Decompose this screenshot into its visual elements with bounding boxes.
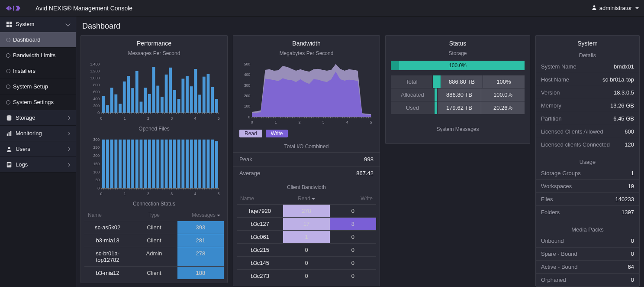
sidebar-monitoring[interactable]: Monitoring — [0, 126, 76, 141]
client-write: 0 — [330, 244, 376, 256]
status-title: Status — [386, 36, 530, 49]
svg-rect-141 — [194, 139, 197, 188]
main-content: Dashboard Performance Messages Per Secon… — [76, 16, 644, 287]
sidebar-system[interactable]: System — [0, 16, 76, 32]
svg-rect-124 — [123, 139, 126, 188]
svg-rect-6 — [10, 21, 12, 23]
svg-rect-50 — [203, 77, 206, 113]
client-write: 0 — [330, 270, 376, 282]
system-kv-key: Orphaned — [541, 277, 566, 283]
table-row[interactable]: b3c215 0 0 — [237, 243, 376, 256]
sidebar-item-dashboard[interactable]: Dashboard — [0, 32, 76, 48]
system-kv-row: Unbound 0 — [536, 235, 639, 247]
svg-text:1: 1 — [124, 191, 126, 196]
svg-rect-39 — [156, 86, 159, 113]
table-row[interactable]: b3c273 0 0 — [237, 269, 376, 282]
system-kv-key: Files — [541, 196, 553, 202]
system-kv-row: Spare - Bound 0 — [536, 247, 639, 260]
system-kv-value: 13.26 GB — [610, 102, 634, 109]
svg-text:150: 150 — [93, 162, 100, 166]
status-panel: Status Storage 100.0% Total 886.80 TB 10… — [385, 35, 530, 144]
svg-text:500: 500 — [244, 62, 251, 66]
conn-messages: 278 — [177, 247, 224, 266]
svg-rect-139 — [186, 139, 189, 188]
system-kv-row: Memory 13.26 GB — [536, 99, 639, 112]
table-row[interactable]: b3c127 17 8 — [237, 217, 376, 230]
table-row[interactable]: b3-mia13 Client 281 — [84, 234, 224, 247]
svg-text:1: 1 — [124, 116, 126, 121]
caret-down-icon — [635, 7, 639, 9]
total-io-label: Total I/O Combined — [233, 142, 380, 152]
storage-icon — [6, 115, 12, 121]
system-kv-row: Version 18.3.0.5 — [536, 86, 639, 99]
user-label: administrator — [599, 5, 632, 11]
svg-text:5: 5 — [370, 120, 372, 124]
svg-rect-31 — [123, 82, 126, 113]
user-menu[interactable]: administrator — [592, 5, 639, 11]
sidebar-item-system-settings[interactable]: System Settings — [0, 95, 76, 110]
svg-text:0: 0 — [100, 191, 103, 196]
table-row[interactable]: hqe7920 278 0 — [237, 204, 376, 217]
system-kv-row: Licensed clients Connected 120 — [536, 138, 639, 151]
table-row[interactable]: b3c061 1 0 — [237, 230, 376, 243]
sidebar-system-label: System — [16, 21, 34, 27]
client-bw-header: Name Read Write — [237, 193, 376, 204]
conn-col-type[interactable]: Type — [132, 212, 175, 218]
svg-rect-120 — [106, 139, 109, 188]
status-row-bar — [435, 101, 437, 114]
svg-rect-49 — [198, 95, 201, 113]
svg-rect-137 — [177, 139, 180, 188]
sidebar-users[interactable]: Users — [0, 141, 76, 157]
svg-text:4: 4 — [346, 120, 348, 124]
system-kv-row: Folders 1397 — [536, 205, 639, 219]
svg-text:4: 4 — [194, 191, 196, 196]
sidebar-logs[interactable]: Logs — [0, 157, 76, 173]
system-kv-value: 120 — [625, 141, 634, 148]
table-row[interactable]: sc-br01a-top12782 Admin 278 — [84, 247, 224, 266]
svg-text:400: 400 — [93, 97, 100, 101]
status-row-label: Used — [391, 101, 434, 114]
client-col-read[interactable]: Read — [285, 196, 328, 202]
system-kv-value: 140233 — [615, 196, 634, 202]
svg-text:3: 3 — [171, 116, 173, 121]
sidebar-storage[interactable]: Storage — [0, 110, 76, 126]
system-kv-value: brndx01 — [614, 63, 634, 70]
conn-name: sc-as5k02 — [84, 221, 131, 234]
svg-rect-27 — [106, 105, 109, 113]
system-kv-key: Folders — [541, 209, 560, 215]
messages-chart: 02004006008001,0001,2001,400012345 — [81, 59, 227, 124]
client-read: 0 — [283, 244, 329, 256]
sidebar-item-installers[interactable]: Installers — [0, 63, 76, 79]
sidebar-item-bandwidth-limits[interactable]: Bandwidth Limits — [0, 48, 76, 63]
client-write: 0 — [330, 231, 376, 243]
table-row[interactable]: b3c145 0 0 — [237, 256, 376, 269]
legend-read[interactable]: Read — [239, 130, 262, 137]
status-row-label: Allocated — [391, 88, 434, 101]
conn-col-name[interactable]: Name — [88, 212, 131, 218]
table-row[interactable]: sc-as5k02 Client 393 — [84, 221, 224, 234]
conn-col-messages[interactable]: Messages — [177, 212, 220, 218]
grid-icon — [6, 21, 12, 27]
chevron-right-icon — [67, 147, 70, 150]
svg-rect-143 — [203, 139, 206, 188]
svg-rect-121 — [110, 139, 113, 188]
legend-write[interactable]: Write — [266, 130, 288, 137]
status-row-pct: 100% — [483, 75, 525, 88]
client-write: 0 — [330, 257, 376, 269]
logs-icon — [6, 162, 12, 168]
system-kv-key: Unbound — [541, 238, 564, 244]
sidebar-item-system-setup[interactable]: System Setup — [0, 79, 76, 95]
svg-rect-52 — [211, 87, 214, 113]
table-row[interactable]: b3-mia12 Client 188 — [84, 266, 224, 279]
system-kv-key: Spare - Bound — [541, 251, 577, 257]
bandwidth-chart: 0100200300400500012345 — [233, 59, 380, 128]
svg-text:4: 4 — [194, 116, 196, 121]
client-col-name[interactable]: Name — [240, 196, 283, 202]
svg-text:1,000: 1,000 — [90, 76, 100, 80]
svg-text:300: 300 — [244, 83, 251, 88]
client-col-write[interactable]: Write — [330, 196, 373, 202]
system-kv-key: Licensed clients Connected — [541, 141, 610, 148]
conn-type: Client — [131, 267, 177, 279]
svg-text:5: 5 — [218, 116, 220, 121]
svg-rect-2 — [13, 6, 14, 10]
